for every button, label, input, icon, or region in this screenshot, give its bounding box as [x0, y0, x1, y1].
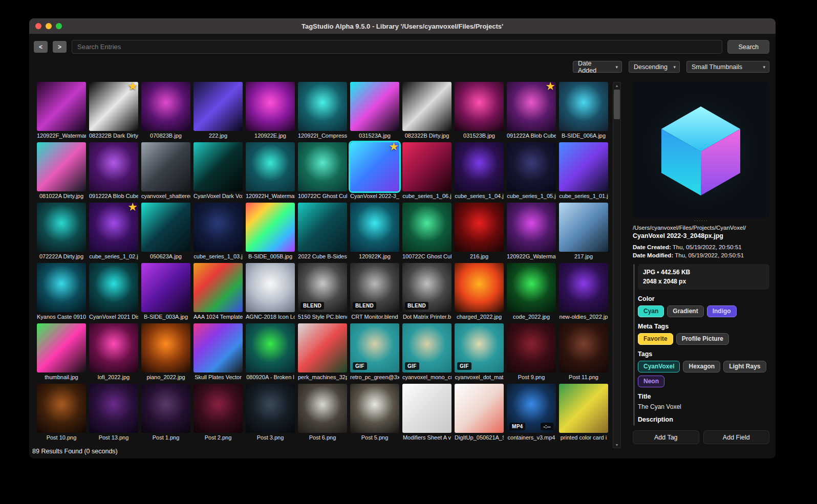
- thumbnail-cell[interactable]: cube_series_1_06.j: [402, 142, 451, 200]
- thumbnail-image[interactable]: [141, 203, 190, 252]
- thumbnail-image[interactable]: [298, 142, 347, 191]
- thumbnail-image[interactable]: [402, 142, 451, 191]
- thumbnail-image[interactable]: [246, 203, 295, 252]
- thumbnail-cell[interactable]: Post 3.png: [246, 384, 295, 441]
- thumbnail-image[interactable]: [559, 142, 608, 191]
- add-field-button[interactable]: Add Field: [703, 430, 770, 444]
- thumbnail-image[interactable]: [298, 203, 347, 252]
- thumbnail-cell[interactable]: B-SIDE_005B.jpg: [246, 203, 295, 260]
- thumbnail-cell[interactable]: Kyanos Caste 0910:: [37, 263, 86, 320]
- thumbnail-image[interactable]: GIF: [402, 323, 451, 372]
- thumbnail-cell[interactable]: AGNC-2018 Icon Lo: [246, 263, 295, 320]
- thumbnail-image[interactable]: BLEND: [298, 263, 347, 312]
- thumbnail-image[interactable]: [559, 82, 608, 131]
- thumbnail-cell[interactable]: 100722C Ghost Cub: [298, 142, 347, 200]
- thumbnail-image[interactable]: [37, 142, 86, 191]
- thumbnail-cell[interactable]: 072222A Dirty.jpg: [37, 203, 86, 260]
- thumbnail-image[interactable]: GIF: [350, 323, 399, 372]
- thumbnail-cell[interactable]: Post 2.png: [193, 384, 243, 441]
- back-button[interactable]: <: [34, 41, 48, 53]
- thumbnail-cell[interactable]: GIFcyanvoxel_mono_cr: [402, 323, 451, 381]
- thumbnail-image[interactable]: [507, 263, 556, 312]
- thumbnail-image[interactable]: ★: [89, 82, 138, 131]
- thumbnail-image[interactable]: ★: [89, 203, 138, 252]
- sort-order-dropdown[interactable]: Descending ▾: [629, 61, 680, 73]
- thumbnail-image[interactable]: [559, 323, 608, 372]
- thumbnail-cell[interactable]: B-SIDE_006A.jpg: [559, 82, 608, 139]
- thumbnail-cell[interactable]: 100722C Ghost Cub: [402, 203, 451, 260]
- tag-pill[interactable]: Indigo: [707, 305, 737, 317]
- tag-pill[interactable]: Cyan: [638, 305, 664, 317]
- thumbnail-image[interactable]: [455, 203, 504, 252]
- thumbnail-cell[interactable]: new-oldies_2022.jp: [559, 263, 608, 320]
- thumbnail-cell[interactable]: cube_series_1_05.j: [507, 142, 556, 200]
- thumbnail-cell[interactable]: 120922I_Compressed: [298, 82, 347, 139]
- thumbnail-image[interactable]: [37, 82, 86, 131]
- tag-pill[interactable]: Hexagon: [683, 361, 720, 372]
- thumbnail-image[interactable]: [298, 323, 347, 372]
- thumbnail-image[interactable]: ★: [507, 82, 556, 131]
- thumbnail-cell[interactable]: 120922K.jpg: [350, 203, 399, 260]
- thumbnail-cell[interactable]: Skull Plates Vector: [193, 323, 243, 381]
- thumbnail-cell[interactable]: 031523A.jpg: [350, 82, 399, 139]
- thumbnail-cell[interactable]: printed color card i: [559, 384, 608, 441]
- thumbnail-image[interactable]: [193, 142, 243, 191]
- thumbnail-image[interactable]: [246, 82, 295, 131]
- thumbnail-image[interactable]: [89, 323, 138, 372]
- tag-pill[interactable]: Light Rays: [723, 361, 766, 372]
- thumbnail-image[interactable]: BLEND: [350, 263, 399, 312]
- zoom-window-button[interactable]: [56, 23, 62, 29]
- thumbnail-image[interactable]: [37, 263, 86, 312]
- minimize-window-button[interactable]: [46, 23, 52, 29]
- thumbnail-image[interactable]: [141, 82, 190, 131]
- tag-pill[interactable]: Gradient: [667, 305, 703, 317]
- thumbnail-cell[interactable]: charged_2022.jpg: [455, 263, 504, 320]
- thumbnail-image[interactable]: [193, 82, 243, 131]
- thumbnail-cell[interactable]: code_2022.jpg: [507, 263, 556, 320]
- thumbnail-cell[interactable]: ★091222A Blob Cube: [507, 82, 556, 139]
- thumbnail-image[interactable]: [507, 323, 556, 372]
- thumbnail-image[interactable]: [193, 384, 243, 433]
- thumbnail-image-selected[interactable]: ★: [350, 142, 399, 191]
- thumbnail-cell[interactable]: MP4-:--containers_v3.mp4: [507, 384, 556, 441]
- thumbnail-cell[interactable]: 081022A Dirty.jpg: [37, 142, 86, 200]
- thumbnail-image[interactable]: [402, 384, 451, 433]
- thumbnail-cell[interactable]: GIFretro_pc_green@3x: [350, 323, 399, 381]
- thumbnail-cell[interactable]: Post 9.png: [507, 323, 556, 381]
- thumbnail-cell[interactable]: DigItUp_050621A_S: [455, 384, 504, 441]
- thumbnail-image[interactable]: GIF: [455, 323, 504, 372]
- thumbnail-cell[interactable]: BLENDDot Matrix Printer.b: [402, 263, 451, 320]
- thumbnail-cell[interactable]: cube_series_1_01.j: [559, 142, 608, 200]
- thumbnail-cell[interactable]: perk_machines_32p: [298, 323, 347, 381]
- thumbnail-cell[interactable]: 050623A.jpg: [141, 203, 190, 260]
- thumbnail-image[interactable]: [37, 203, 86, 252]
- thumbnail-cell[interactable]: Post 1.png: [141, 384, 190, 441]
- thumbnail-image[interactable]: [350, 384, 399, 433]
- scrollbar-thumb[interactable]: [614, 90, 620, 119]
- thumbnail-cell[interactable]: 222.jpg: [193, 82, 243, 139]
- thumbnail-image[interactable]: [89, 142, 138, 191]
- thumbnail-image[interactable]: [193, 203, 243, 252]
- tag-pill[interactable]: CyanVoxel: [638, 361, 680, 372]
- tag-pill[interactable]: Neon: [638, 376, 664, 387]
- scrollbar-track[interactable]: [613, 89, 620, 442]
- thumbnail-cell[interactable]: ★cube_series_1_02.j: [89, 203, 138, 260]
- thumbnail-image[interactable]: [89, 384, 138, 433]
- tag-pill[interactable]: Favorite: [638, 333, 673, 345]
- tag-pill[interactable]: Profile Picture: [676, 333, 729, 345]
- forward-button[interactable]: >: [53, 41, 67, 53]
- thumbnail-cell[interactable]: 080920A - Broken l: [246, 323, 295, 381]
- thumbnail-cell[interactable]: BLEND5150 Style PC.blend: [298, 263, 347, 320]
- thumbnail-cell[interactable]: 120922H_Watermark: [246, 142, 295, 200]
- thumbnail-cell[interactable]: 120922E.jpg: [246, 82, 295, 139]
- thumbnail-cell[interactable]: Modifiers Sheet A v: [402, 384, 451, 441]
- thumbnail-image[interactable]: [402, 203, 451, 252]
- sort-field-dropdown[interactable]: Date Added ▾: [573, 61, 622, 73]
- thumbnail-cell[interactable]: AAA 1024 Template: [193, 263, 243, 320]
- thumbnail-cell[interactable]: CyanVoxel 2021 Dis: [89, 263, 138, 320]
- thumbnail-cell[interactable]: cube_series_1_03.j: [193, 203, 243, 260]
- window-titlebar[interactable]: TagStudio Alpha 9.5.0 - Library '/Users/…: [29, 18, 776, 34]
- thumbnail-image[interactable]: MP4-:--: [507, 384, 556, 433]
- thumbnail-image[interactable]: [559, 203, 608, 252]
- close-window-button[interactable]: [35, 23, 41, 29]
